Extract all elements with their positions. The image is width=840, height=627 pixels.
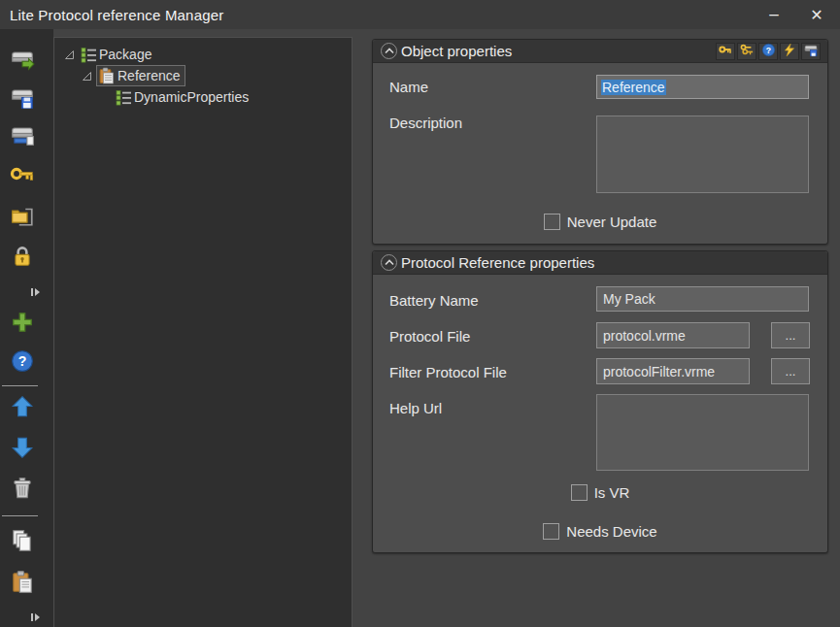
properties-list-icon (116, 89, 132, 106)
lightning-button[interactable] (780, 43, 799, 60)
toolbar-overflow-button[interactable] (29, 284, 43, 296)
object-tree: Package Reference (53, 37, 353, 627)
battery-name-label: Battery Name (389, 292, 479, 309)
app-area: ? (0, 29, 840, 627)
tree-node[interactable]: Package (79, 45, 156, 65)
copy-icon (10, 528, 35, 557)
save-button[interactable] (801, 43, 821, 60)
drive-save-icon (10, 84, 35, 114)
svg-text:?: ? (18, 353, 27, 369)
folder-export-icon (10, 203, 35, 232)
battery-name-input[interactable] (596, 286, 809, 312)
close-button[interactable]: ✕ (797, 0, 836, 29)
description-label: Description (389, 115, 462, 131)
collapse-button[interactable] (381, 43, 397, 59)
protocol-reference-properties-panel: Protocol Reference properties Battery Na… (372, 250, 828, 553)
move-down-button[interactable] (9, 436, 36, 463)
drive-export-icon (10, 122, 35, 151)
trash-icon (10, 476, 35, 505)
window-title: Lite Protocol reference Manager (0, 7, 224, 23)
filter-protocol-file-input[interactable] (596, 358, 750, 384)
tree-item-label: DynamicProperties (134, 89, 249, 105)
expander-icon[interactable] (62, 49, 76, 60)
is-vr-row: Is VR (373, 484, 827, 501)
paste-button[interactable] (9, 571, 36, 598)
help-button[interactable]: ? (758, 43, 778, 60)
titlebar: Lite Protocol reference Manager – ✕ (0, 0, 840, 29)
export-folder-button[interactable] (9, 204, 36, 231)
name-label: Name (389, 79, 428, 95)
help-url-input[interactable] (596, 394, 809, 471)
protocol-file-label: Protocol File (389, 328, 470, 345)
minimize-button[interactable]: – (755, 0, 793, 29)
collapse-button[interactable] (381, 254, 397, 271)
overflow-grip-icon (29, 610, 43, 626)
toolbar-separator (2, 515, 38, 516)
save-icon (803, 43, 819, 61)
help-url-label: Help Url (389, 400, 442, 416)
svg-text:?: ? (765, 45, 770, 54)
panel-title: Protocol Reference properties (401, 254, 594, 271)
protocol-file-input[interactable] (596, 322, 750, 348)
tree-node[interactable]: DynamicProperties (114, 87, 253, 108)
expander-icon[interactable] (80, 70, 93, 82)
tree-item-label: Package (99, 47, 151, 62)
name-value-selected-text: Reference (601, 80, 666, 95)
needs-device-label: Needs Device (566, 523, 656, 540)
never-update-row: Never Update (373, 214, 827, 230)
description-input[interactable] (596, 116, 809, 193)
paste-icon (10, 570, 35, 599)
arrow-up-icon (10, 394, 35, 423)
tree-item-reference[interactable]: Reference (54, 65, 352, 86)
move-up-button[interactable] (9, 395, 36, 422)
drive-open-icon (10, 46, 35, 75)
double-key-icon (739, 43, 755, 60)
left-toolbar: ? (0, 29, 53, 627)
lock-button[interactable] (9, 245, 36, 272)
help-button[interactable]: ? (9, 349, 36, 377)
key-button[interactable] (9, 162, 36, 189)
name-input[interactable]: Reference (596, 75, 809, 99)
key-icon (10, 161, 35, 190)
filter-protocol-file-browse-button[interactable]: ... (771, 358, 810, 384)
needs-device-checkbox[interactable] (543, 523, 559, 540)
object-properties-header: Object properties ? (373, 40, 827, 63)
tree-node-selected[interactable]: Reference (96, 65, 185, 86)
help-icon: ? (761, 43, 776, 61)
needs-device-row: Needs Device (373, 523, 827, 540)
copy-button[interactable] (9, 529, 36, 556)
panel-title: Object properties (401, 43, 512, 59)
padlock-icon (10, 244, 35, 273)
filter-protocol-file-label: Filter Protocol File (389, 364, 507, 380)
delete-button[interactable] (9, 477, 36, 504)
lightning-icon (783, 43, 796, 61)
open-button[interactable] (9, 47, 36, 74)
tree-item-label: Reference (118, 68, 181, 83)
tree-item-package[interactable]: Package (54, 44, 352, 65)
is-vr-label: Is VR (594, 484, 630, 501)
save-button[interactable] (9, 85, 36, 113)
add-button[interactable] (9, 311, 36, 338)
properties-list-icon (81, 47, 97, 63)
toolbar-separator (2, 385, 38, 386)
minimize-icon: – (769, 5, 778, 24)
arrow-down-icon (10, 435, 35, 464)
overflow-grip-icon (29, 284, 43, 301)
protocol-file-browse-button[interactable]: ... (771, 322, 810, 348)
double-key-button[interactable] (737, 43, 756, 60)
protocol-reference-header: Protocol Reference properties (373, 251, 827, 275)
clipboard-icon (98, 67, 116, 84)
plus-icon (10, 310, 35, 339)
object-properties-panel: Object properties ? (372, 39, 828, 245)
help-icon: ? (10, 348, 35, 378)
close-icon: ✕ (810, 6, 823, 24)
key-button[interactable] (716, 43, 735, 60)
key-icon (718, 43, 733, 60)
panel-toolbar: ? (716, 43, 821, 60)
toolbar-overflow-button[interactable] (29, 610, 43, 621)
never-update-checkbox[interactable] (544, 214, 560, 230)
export-button[interactable] (9, 123, 36, 150)
is-vr-checkbox[interactable] (571, 484, 588, 501)
never-update-label: Never Update (567, 214, 657, 230)
tree-item-dynamicproperties[interactable]: DynamicProperties (54, 86, 352, 108)
